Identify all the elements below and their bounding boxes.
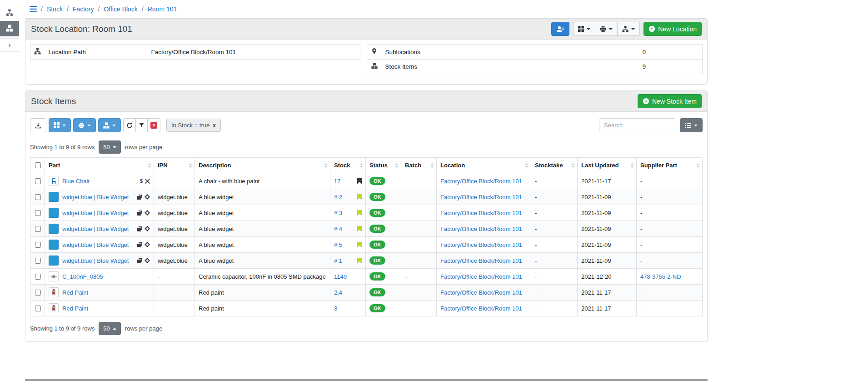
- page-size-value: 50: [103, 325, 110, 332]
- table-header-row: Part IPN Description Stock Status Batch …: [30, 158, 703, 173]
- new-location-button[interactable]: New Location: [644, 22, 702, 36]
- column-header-supplier-part[interactable]: Supplier Part: [637, 158, 703, 173]
- column-header-status[interactable]: Status: [366, 158, 401, 173]
- row-checkbox[interactable]: [35, 178, 41, 184]
- location-link[interactable]: Factory/Office Block/Room 101: [440, 289, 522, 296]
- location-link[interactable]: Factory/Office Block/Room 101: [440, 178, 522, 185]
- row-checkbox[interactable]: [35, 210, 41, 216]
- table-row: Red Paint Red paint 3 OK Factory/Office …: [30, 301, 703, 316]
- supplier-part-link[interactable]: -: [640, 241, 642, 248]
- stock-quantity-link[interactable]: 2.4: [334, 289, 342, 296]
- column-header-batch[interactable]: Batch: [401, 158, 437, 173]
- stock-quantity-link[interactable]: 1149: [334, 273, 347, 280]
- supplier-part-link[interactable]: 478-3755-2-ND: [640, 273, 681, 280]
- search-input[interactable]: [599, 118, 675, 132]
- stock-flag-icon: [357, 178, 362, 184]
- row-checkbox[interactable]: [35, 194, 41, 200]
- expand-sidebar-button[interactable]: ›: [0, 38, 19, 52]
- location-options-button[interactable]: [617, 22, 640, 36]
- sidebar-item-stock[interactable]: [0, 21, 19, 36]
- part-link[interactable]: widget.blue | Blue Widget: [62, 257, 129, 264]
- supplier-part-link[interactable]: -: [640, 178, 642, 185]
- row-checkbox[interactable]: [35, 306, 41, 311]
- stock-actions-button[interactable]: [98, 118, 121, 132]
- stock-cell: 3: [330, 301, 366, 316]
- part-link[interactable]: Red Paint: [62, 305, 88, 312]
- page-size-dropdown[interactable]: 50: [99, 140, 120, 154]
- location-link[interactable]: Factory/Office Block/Room 101: [440, 210, 522, 216]
- status-cell: OK: [366, 237, 401, 253]
- user-button[interactable]: [551, 22, 569, 36]
- stock-quantity-link[interactable]: 3: [334, 305, 337, 312]
- location-link[interactable]: Factory/Office Block/Room 101: [440, 273, 522, 280]
- print-actions-button[interactable]: [595, 22, 618, 36]
- location-cell: Factory/Office Block/Room 101: [437, 301, 531, 316]
- filter-chip-remove[interactable]: x: [213, 122, 216, 129]
- row-checkbox[interactable]: [35, 290, 41, 296]
- column-header-last-updated[interactable]: Last Updated: [578, 158, 637, 173]
- part-link[interactable]: widget.blue | Blue Widget: [62, 226, 129, 232]
- status-badge: OK: [369, 225, 385, 233]
- batch-cell: [401, 173, 437, 189]
- part-link[interactable]: widget.blue | Blue Widget: [62, 194, 129, 201]
- column-header-ipn[interactable]: IPN: [154, 158, 195, 173]
- print-actions-button[interactable]: [73, 118, 96, 132]
- supplier-part-link[interactable]: -: [640, 194, 642, 201]
- stock-quantity-link[interactable]: # 2: [334, 194, 342, 201]
- supplier-part-link[interactable]: -: [640, 226, 642, 232]
- export-button[interactable]: [30, 118, 46, 132]
- location-link[interactable]: Factory/Office Block/Room 101: [440, 241, 522, 248]
- supplier-part-link[interactable]: -: [640, 305, 642, 312]
- location-cell: Factory/Office Block/Room 101: [437, 269, 531, 285]
- stock-quantity-link[interactable]: # 4: [334, 226, 342, 232]
- row-checkbox[interactable]: [35, 242, 41, 248]
- location-link[interactable]: Factory/Office Block/Room 101: [440, 226, 522, 232]
- part-cell: widget.blue | Blue Widget: [45, 221, 154, 237]
- stock-quantity-link[interactable]: # 5: [334, 241, 342, 248]
- row-checkbox[interactable]: [35, 226, 41, 232]
- ipn-cell: [154, 301, 195, 316]
- part-link[interactable]: widget.blue | Blue Widget: [62, 241, 129, 248]
- part-link[interactable]: Blue Chair: [62, 178, 90, 185]
- sidebar-item-parts[interactable]: [0, 5, 19, 21]
- location-link[interactable]: Factory/Office Block/Room 101: [440, 194, 522, 201]
- stock-quantity-link[interactable]: # 1: [334, 257, 342, 264]
- new-stock-item-button[interactable]: New Stock Item: [638, 94, 702, 108]
- location-link[interactable]: Factory/Office Block/Room 101: [440, 257, 522, 264]
- stock-quantity-link[interactable]: # 3: [334, 210, 342, 216]
- part-link[interactable]: Red Paint: [62, 289, 88, 296]
- row-checkbox[interactable]: [35, 274, 41, 280]
- column-header-location[interactable]: Location: [437, 158, 531, 173]
- column-header-description[interactable]: Description: [195, 158, 330, 173]
- horizontal-scrollbar[interactable]: [25, 379, 708, 381]
- column-header-stock[interactable]: Stock: [330, 158, 366, 173]
- copy-icon: [137, 195, 142, 200]
- select-all-checkbox[interactable]: [35, 162, 41, 168]
- menu-icon[interactable]: [30, 6, 37, 12]
- breadcrumb-link-office-block[interactable]: Office Block: [104, 5, 137, 13]
- stock-cell: 17: [330, 173, 366, 189]
- breadcrumb-link-factory[interactable]: Factory: [73, 5, 94, 13]
- row-checkbox[interactable]: [35, 258, 41, 264]
- supplier-part-link[interactable]: -: [640, 289, 642, 296]
- column-header-stocktake[interactable]: Stocktake: [531, 158, 578, 173]
- part-link[interactable]: widget.blue | Blue Widget: [62, 210, 129, 216]
- table-columns-button[interactable]: [680, 118, 703, 132]
- barcode-actions-button[interactable]: [573, 22, 595, 36]
- stock-quantity-link[interactable]: 17: [334, 178, 340, 185]
- remove-filters-button[interactable]: ✕: [147, 118, 160, 132]
- batch-cell: [401, 205, 437, 221]
- barcode-actions-button[interactable]: [49, 118, 71, 132]
- supplier-part-link[interactable]: -: [640, 257, 642, 264]
- filter-chip[interactable]: In Stock = true x: [166, 119, 221, 132]
- supplier-part-link[interactable]: -: [640, 210, 642, 216]
- page-size-dropdown[interactable]: 50: [99, 322, 120, 335]
- part-link[interactable]: C_100nF_0805: [62, 273, 103, 280]
- breadcrumb-link-stock[interactable]: Stock: [47, 5, 63, 13]
- location-link[interactable]: Factory/Office Block/Room 101: [440, 305, 522, 312]
- refresh-button[interactable]: [123, 118, 136, 132]
- chevron-down-icon: [609, 28, 613, 30]
- filter-button[interactable]: [135, 118, 148, 132]
- column-header-part[interactable]: Part: [45, 158, 154, 173]
- breadcrumb-link-room-101[interactable]: Room 101: [148, 5, 177, 13]
